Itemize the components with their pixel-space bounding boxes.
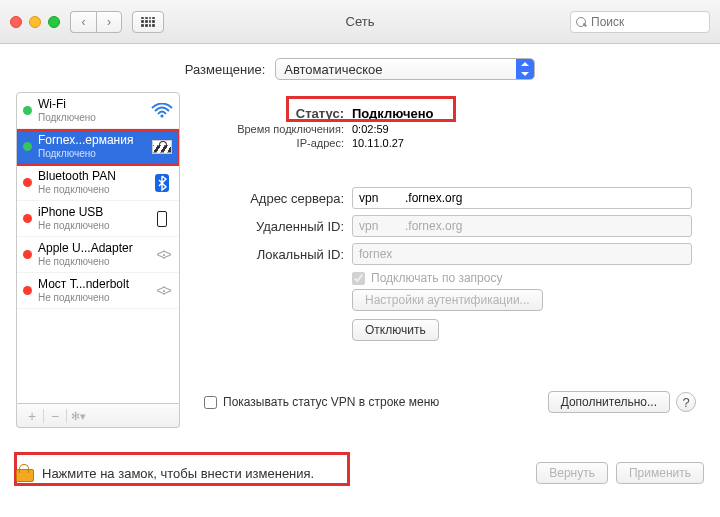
server-row: Адрес сервера: xyxy=(204,187,696,209)
remote-id-input[interactable] xyxy=(352,215,692,237)
server-label: Адрес сервера: xyxy=(204,191,344,206)
lock-icon xyxy=(16,464,32,482)
gear-button[interactable]: ✻▾ xyxy=(67,407,89,425)
search-field-wrap xyxy=(570,11,710,33)
status-dot-icon xyxy=(23,142,32,151)
add-connection-button[interactable]: + xyxy=(21,407,43,425)
detail-pane: Статус: Подключено Время подключения: 0:… xyxy=(192,92,704,428)
time-row: Время подключения: 0:02:59 xyxy=(204,123,696,135)
status-row: Статус: Подключено xyxy=(204,106,696,121)
ip-row: IP-адрес: 10.11.0.27 xyxy=(204,137,696,149)
sidebar-item-vpn[interactable]: Fornex...ермания Подключено xyxy=(17,129,179,165)
footer: Нажмите на замок, чтобы внести изменения… xyxy=(0,444,720,502)
minimize-icon[interactable] xyxy=(29,16,41,28)
help-button[interactable]: ? xyxy=(676,392,696,412)
status-dot-icon xyxy=(23,250,32,259)
conn-name: iPhone USB xyxy=(38,206,145,219)
conn-name: Bluetooth PAN xyxy=(38,170,145,183)
location-row: Размещение: Автоматическое xyxy=(0,44,720,92)
status-value: Подключено xyxy=(352,106,433,121)
remote-id-label: Удаленный ID: xyxy=(204,219,344,234)
local-id-input[interactable] xyxy=(352,243,692,265)
conn-name: Fornex...ермания xyxy=(38,134,145,147)
conn-status: Подключено xyxy=(38,148,145,159)
auth-settings-button[interactable]: Настройки аутентификации... xyxy=(352,289,543,311)
connect-on-demand-checkbox[interactable] xyxy=(352,272,365,285)
bluetooth-icon xyxy=(151,174,173,192)
lock-icon xyxy=(151,138,173,156)
local-row: Локальный ID: xyxy=(204,243,696,265)
connect-on-demand-row: Подключать по запросу xyxy=(352,271,696,285)
forward-button[interactable]: › xyxy=(96,11,122,33)
detail-bottom-row: Показывать статус VPN в строке меню Допо… xyxy=(204,391,696,413)
location-label: Размещение: xyxy=(185,62,266,77)
sidebar-item-wifi[interactable]: Wi-Fi Подключено xyxy=(17,93,179,129)
lock-text: Нажмите на замок, чтобы внести изменения… xyxy=(42,466,314,481)
ip-label: IP-адрес: xyxy=(204,137,344,149)
conn-name: Мост T...nderbolt xyxy=(38,278,145,291)
time-label: Время подключения: xyxy=(204,123,344,135)
wifi-icon xyxy=(151,102,173,120)
sidebar-item-iphone[interactable]: iPhone USB Не подключено xyxy=(17,201,179,237)
show-vpn-status-checkbox[interactable] xyxy=(204,396,217,409)
status-dot-icon xyxy=(23,286,32,295)
advanced-button[interactable]: Дополнительно... xyxy=(548,391,670,413)
show-vpn-status-label: Показывать статус VPN в строке меню xyxy=(223,395,439,409)
connections-list: Wi-Fi Подключено Fornex...ермания Подклю… xyxy=(16,92,180,404)
window-title: Сеть xyxy=(346,14,375,29)
grid-icon xyxy=(141,17,155,27)
conn-name: Wi-Fi xyxy=(38,98,145,111)
zoom-icon[interactable] xyxy=(48,16,60,28)
status-label: Статус: xyxy=(204,106,344,121)
close-icon[interactable] xyxy=(10,16,22,28)
sidebar-item-adapter[interactable]: Apple U...Adapter Не подключено <··> xyxy=(17,237,179,273)
remote-row: Удаленный ID: xyxy=(204,215,696,237)
thunderbolt-icon: <··> xyxy=(151,282,173,300)
nav-buttons: ‹ › xyxy=(70,11,122,33)
ethernet-icon: <··> xyxy=(151,246,173,264)
location-select[interactable]: Автоматическое xyxy=(275,58,535,80)
titlebar: ‹ › Сеть xyxy=(0,0,720,44)
conn-status: Не подключено xyxy=(38,292,145,303)
location-value: Автоматическое xyxy=(284,62,382,77)
status-dot-icon xyxy=(23,106,32,115)
back-button[interactable]: ‹ xyxy=(70,11,96,33)
conn-status: Не подключено xyxy=(38,220,145,231)
window-controls xyxy=(10,16,60,28)
chevron-updown-icon xyxy=(516,59,534,79)
connect-on-demand-label: Подключать по запросу xyxy=(371,271,502,285)
revert-button[interactable]: Вернуть xyxy=(536,462,608,484)
main-split: Wi-Fi Подключено Fornex...ермания Подклю… xyxy=(0,92,720,428)
ip-value: 10.11.0.27 xyxy=(352,137,404,149)
apply-button[interactable]: Применить xyxy=(616,462,704,484)
server-input[interactable] xyxy=(352,187,692,209)
lock-row[interactable]: Нажмите на замок, чтобы внести изменения… xyxy=(16,464,314,482)
conn-status: Подключено xyxy=(38,112,145,123)
search-input[interactable] xyxy=(570,11,710,33)
sidebar-actions: + − ✻▾ xyxy=(16,404,180,428)
conn-name: Apple U...Adapter xyxy=(38,242,145,255)
time-value: 0:02:59 xyxy=(352,123,389,135)
local-id-label: Локальный ID: xyxy=(204,247,344,262)
disconnect-button[interactable]: Отключить xyxy=(352,319,439,341)
show-all-button[interactable] xyxy=(132,11,164,33)
sidebar-item-bluetooth[interactable]: Bluetooth PAN Не подключено xyxy=(17,165,179,201)
svg-point-0 xyxy=(160,114,163,117)
sidebar-item-thunderbolt[interactable]: Мост T...nderbolt Не подключено <··> xyxy=(17,273,179,309)
sidebar-column: Wi-Fi Подключено Fornex...ермания Подклю… xyxy=(16,92,180,428)
phone-icon xyxy=(151,210,173,228)
conn-status: Не подключено xyxy=(38,256,145,267)
conn-status: Не подключено xyxy=(38,184,145,195)
status-dot-icon xyxy=(23,214,32,223)
remove-connection-button[interactable]: − xyxy=(44,407,66,425)
status-dot-icon xyxy=(23,178,32,187)
